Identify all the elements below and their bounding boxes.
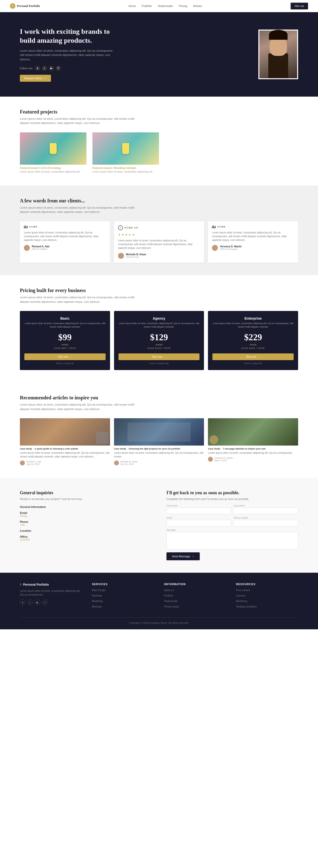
form-field-email: Email <box>167 517 231 526</box>
bar-3 <box>26 227 27 228</box>
follow-label: Follow me: <box>20 67 33 70</box>
pinterest-icon[interactable]: P <box>56 66 61 71</box>
footer-service-1[interactable]: Web Design <box>92 589 105 592</box>
send-btn-label: Send Message <box>172 555 190 558</box>
footer-instagram-icon[interactable]: ♠ <box>20 599 25 605</box>
project-card-1[interactable]: Featured project • UI & UX strategy Lore… <box>20 132 86 173</box>
article-author-date-2: Mar 30, 2019 <box>120 463 138 465</box>
article-card-2[interactable]: Case Study – Choosing the right projects… <box>114 418 204 465</box>
article-image-2 <box>114 418 204 445</box>
hero-title: I work with exciting brands to build ama… <box>20 27 114 45</box>
article-label-3: Case Study – 7 one-page websites to insp… <box>208 447 298 450</box>
logo-bars-1 <box>24 225 28 228</box>
nav-link-testimonials[interactable]: Testimonials <box>158 4 173 7</box>
articles-grid: Case Study – A quick guide to choosing a… <box>20 418 298 465</box>
contact-left-title: General inquiries <box>20 490 151 495</box>
article-image-1 <box>20 418 110 445</box>
contact-left-desc: Ready to accelerate your project? Just l… <box>20 497 151 500</box>
nav-logo[interactable]: P Personal Portfolio <box>10 3 40 9</box>
buy-button-basic[interactable]: Buy now → <box>24 353 106 360</box>
footer-info-1[interactable]: About us <box>164 589 174 592</box>
footer-twitter-icon[interactable]: 𝕫 <box>27 599 33 605</box>
lastname-label: Last name* <box>234 504 298 507</box>
logo-avatar: P <box>10 3 16 9</box>
bar3-2 <box>213 225 214 228</box>
project-image-1 <box>20 132 86 165</box>
footer-resource-2[interactable]: Courses <box>236 594 245 597</box>
author-avatar-1 <box>24 245 30 251</box>
footer-resource-3[interactable]: Mentoring <box>236 600 247 602</box>
star-3: ★ <box>125 233 128 237</box>
navbar: P Personal Portfolio Home Portfolio Test… <box>0 0 318 12</box>
instagram-icon[interactable]: ♠ <box>35 66 40 71</box>
buy-button-enterprise[interactable]: Buy now → <box>212 353 294 360</box>
project-card-2[interactable]: Featured project • Branding redesign Lor… <box>92 132 159 173</box>
footer-service-3[interactable]: Marketing <box>92 600 103 602</box>
nav-link-articles[interactable]: Articles <box>193 4 202 7</box>
nav-link-portfolio[interactable]: Portfolio <box>142 4 152 7</box>
project-caption-1: Lorem ipsum dolor sit amet, consectetur … <box>20 170 86 173</box>
article-case-label-2: Case Study <box>114 447 126 450</box>
pricing-price-agency: $129 <box>118 332 200 342</box>
article-author-info-2: Michelle B. Rowe Mar 30, 2019 <box>120 460 138 465</box>
pricing-desc-enterprise: Lorem ipsum dolor sit amet, consectetur … <box>212 322 294 329</box>
footer-pinterest-icon[interactable]: P <box>42 599 48 605</box>
footer-info-3[interactable]: Testimonials <box>164 600 178 602</box>
logo-name-1: ACME <box>29 225 38 228</box>
testimonial-card-2: A ACME CO ★ ★ ★ ★ ★ Lorem ipsum dolor si… <box>114 221 204 263</box>
buy-label-basic: Buy now <box>58 355 68 358</box>
articles-description: Lorem ipsum dolor sit amet, consectetur … <box>20 403 144 411</box>
footer-resource-4[interactable]: Strategy templates <box>236 605 257 608</box>
contact-info-email: Email info@... <box>20 512 151 517</box>
youtube-icon[interactable]: ▶ <box>49 66 54 71</box>
footer-brand-name: Personal Portfolio <box>23 583 49 586</box>
request-demo-button[interactable]: Request demo → <box>20 75 51 82</box>
testimonial-text-2: Lorem ipsum dolor sit amet, consectetur … <box>118 239 200 250</box>
article-avatar-3 <box>208 457 213 462</box>
star-2: ★ <box>121 233 124 237</box>
contact-inner: General inquiries Ready to accelerate yo… <box>20 490 298 560</box>
nav-link-home[interactable]: Home <box>128 4 136 7</box>
footer-service-4[interactable]: Mockups <box>92 605 102 608</box>
send-message-button[interactable]: Send Message → <box>167 552 200 560</box>
article-card-3[interactable]: Case Study – 7 one-page websites to insp… <box>208 418 298 465</box>
email-input[interactable] <box>167 520 231 526</box>
articles-section: Recommended articles to inspire you Lore… <box>0 382 318 478</box>
footer-service-2[interactable]: Branding <box>92 594 102 597</box>
contact-info-general: General Information <box>20 505 151 508</box>
article-label-1: Case Study – A quick guide to choosing a… <box>20 447 110 450</box>
pricing-save-agency: SAVE $129 / YEAR <box>118 347 200 349</box>
footer-social-links: ♠ 𝕫 ▶ P <box>20 599 82 605</box>
article-case-label-3: Case Study <box>208 447 220 450</box>
bar3-4 <box>215 226 215 228</box>
footer-youtube-icon[interactable]: ▶ <box>35 599 40 605</box>
project-type-1: UI & UX strategy <box>41 167 61 169</box>
arrow-icon-enterprise: → <box>257 355 260 358</box>
phone-input[interactable] <box>234 520 298 526</box>
project-label-text-2: Featured project <box>92 167 112 169</box>
footer-brand-col: P Personal Portfolio Lorem ipsum dolor s… <box>20 583 82 610</box>
footer-info-4[interactable]: Privacy policy <box>164 605 179 608</box>
hire-me-button[interactable]: Hire me <box>290 2 308 9</box>
form-field-message: Message <box>167 529 298 549</box>
arrow-right-icon: → <box>44 77 47 80</box>
pricing-save-basic: SAVE $99 / YEAR <box>24 347 106 349</box>
lastname-input[interactable] <box>234 508 298 514</box>
twitter-icon[interactable]: 𝕫 <box>42 66 47 71</box>
footer-info-2[interactable]: Portfolio <box>164 594 173 597</box>
author-info-3: Veronica D. Martin CEO at Company <box>220 245 241 250</box>
pricing-price-enterprise: $229 <box>212 332 294 342</box>
project-caption-2: Lorem ipsum dolor sit amet, consectetur … <box>92 170 159 173</box>
nav-link-pricing[interactable]: Pricing <box>179 4 187 7</box>
project-label-text-1: Featured project <box>20 167 39 169</box>
footer-resource-1[interactable]: Free content <box>236 589 250 592</box>
article-card-1[interactable]: Case Study – A quick guide to choosing a… <box>20 418 110 465</box>
article-image-3 <box>208 418 298 445</box>
message-textarea[interactable] <box>167 532 298 549</box>
featured-title: Featured projects <box>20 109 298 115</box>
firstname-input[interactable] <box>167 508 231 514</box>
footer-brand: P Personal Portfolio <box>20 583 82 587</box>
hero-portrait <box>258 30 298 79</box>
contact-office-value: 123/456 <box>20 538 151 541</box>
buy-button-agency[interactable]: Buy now → <box>118 353 200 360</box>
